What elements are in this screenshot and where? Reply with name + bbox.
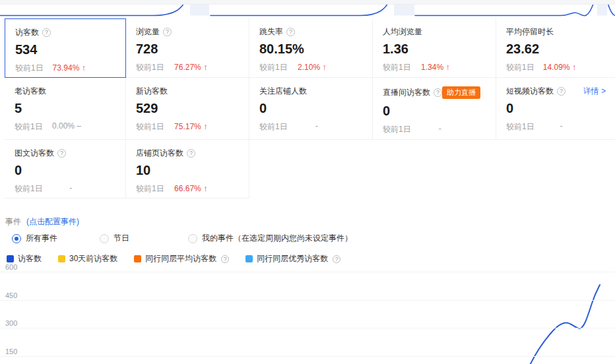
top-crop-bar — [0, 0, 615, 5]
legend-item-3[interactable]: 同行同层优秀访客数? — [245, 253, 340, 264]
stat-card-compare-row: 较前1日- — [383, 124, 486, 135]
delta-empty: - — [560, 121, 563, 131]
stat-card-title: 新访客数 — [136, 86, 168, 96]
legend-item-2[interactable]: 同行同层平均访客数? — [134, 253, 229, 264]
legend-swatch-icon — [245, 255, 253, 262]
top-cropped-chart — [0, 0, 615, 18]
configure-events-link[interactable]: (点击配置事件) — [26, 216, 79, 227]
up-arrow-icon: ↑ — [203, 183, 208, 193]
stat-card-title: 浏览量 — [136, 27, 160, 37]
highlight-band — [190, 5, 209, 16]
delta-value: 73.94% ↑ — [53, 63, 86, 73]
help-info-icon[interactable]: ? — [221, 255, 229, 263]
stat-card-title: 访客数 — [15, 28, 39, 38]
delta-value: 76.27% ↑ — [174, 62, 208, 72]
stat-card-title: 跳失率 — [259, 27, 283, 37]
stat-card-short-video-visitors[interactable]: 短视频访客数?详情 >0较前1日- — [496, 78, 615, 140]
y-axis-tick-label: 450 — [5, 291, 17, 299]
radio-selected-icon[interactable] — [12, 234, 21, 243]
stat-card-title-row: 人均浏览量 — [383, 27, 486, 37]
stat-card-bounce-rate[interactable]: 跳失率?80.15%较前1日2.10% ↑ — [249, 18, 373, 78]
stat-card-title-row: 店铺页访客数? — [136, 148, 240, 158]
help-info-icon[interactable]: ? — [42, 28, 51, 37]
help-info-icon[interactable]: ? — [434, 88, 442, 97]
delta-value: 66.67% ↑ — [174, 183, 208, 193]
compare-label: 较前1日 — [259, 122, 288, 131]
stat-card-avg-stay-duration[interactable]: 平均停留时长23.62较前1日14.09% ↑ — [496, 18, 615, 78]
events-label: 事件 — [5, 216, 21, 227]
stat-card-shop-page-visitors[interactable]: 店铺页访客数?10较前1日66.67% ↑ — [126, 140, 249, 198]
stat-card-compare-row: 较前1日1.34% ↑ — [383, 62, 486, 73]
compare-label: 较前1日 — [259, 63, 288, 72]
stat-card-compare-row: 较前1日- — [506, 121, 606, 132]
stat-card-title: 短视频访客数 — [506, 86, 554, 96]
details-link[interactable]: 详情 > — [583, 86, 606, 96]
help-info-icon[interactable]: ? — [163, 28, 172, 36]
stat-card-new-visitors[interactable]: 新访客数529较前1日75.17% ↑ — [126, 78, 249, 140]
stat-card-title-row: 短视频访客数?详情 > — [506, 86, 606, 96]
stat-card-value: 23.62 — [506, 40, 606, 57]
compare-label: 较前1日 — [383, 63, 411, 72]
help-info-icon[interactable]: ? — [187, 149, 195, 158]
stats-empty-area — [249, 140, 615, 198]
stat-card-value: 529 — [136, 100, 240, 117]
legend-label: 访客数 — [18, 253, 42, 264]
stat-card-livestream-visitors[interactable]: 直播间访客数?助力直播0较前1日- — [373, 78, 496, 140]
stat-card-image-text-visitors[interactable]: 图文访客数?0较前1日- — [5, 140, 126, 198]
stat-card-compare-row: 较前1日66.67% ↑ — [136, 183, 240, 194]
compare-label: 较前1日 — [506, 63, 534, 72]
stat-card-value: 1.36 — [383, 40, 486, 57]
delta-empty: - — [439, 124, 441, 133]
stat-card-title: 图文访客数 — [15, 148, 54, 158]
legend-swatch-icon — [7, 255, 14, 262]
radio-unselected-icon[interactable] — [188, 234, 197, 243]
stat-card-compare-row: 较前1日0.00% – — [15, 121, 116, 132]
boost-livestream-badge[interactable]: 助力直播 — [442, 86, 480, 99]
stat-card-value: 10 — [136, 162, 240, 179]
stat-card-title: 人均浏览量 — [383, 27, 422, 37]
event-filter-radios: 所有事件节日我的事件（在选定周期内您尚未设定事件） — [5, 233, 615, 245]
y-axis-tick-label: 300 — [5, 319, 17, 327]
stat-card-compare-row: 较前1日73.94% ↑ — [15, 63, 116, 73]
radio-unselected-icon[interactable] — [100, 234, 109, 243]
delta-value: 2.10% ↑ — [298, 62, 327, 72]
delta-value: 1.34% ↑ — [421, 62, 450, 72]
event-radio-holiday[interactable]: 节日 — [100, 233, 129, 244]
gridline — [0, 356, 615, 357]
stat-card-title-row: 关注店铺人数 — [259, 86, 363, 96]
delta-empty: - — [315, 121, 318, 131]
stat-card-compare-row: 较前1日- — [259, 121, 363, 132]
stat-card-shop-followers[interactable]: 关注店铺人数0较前1日- — [249, 78, 373, 140]
compare-label: 较前1日 — [15, 122, 43, 131]
stat-card-title-row: 访客数? — [15, 28, 116, 38]
stat-card-title-row: 跳失率? — [259, 27, 363, 37]
legend-label: 30天前访客数 — [69, 253, 117, 264]
compare-label: 较前1日 — [136, 122, 164, 131]
highlight-band — [597, 5, 607, 16]
visitors-line-series — [527, 285, 600, 364]
up-arrow-icon: ↑ — [572, 62, 577, 72]
help-info-icon[interactable]: ? — [286, 28, 295, 36]
y-axis-tick-label: 600 — [5, 263, 17, 271]
stat-card-avg-pageviews[interactable]: 人均浏览量1.36较前1日1.34% ↑ — [373, 18, 496, 78]
help-info-icon[interactable]: ? — [333, 255, 340, 263]
stat-card-returning-visitors[interactable]: 老访客数5较前1日0.00% – — [5, 78, 126, 140]
stat-card-title: 关注店铺人数 — [259, 86, 307, 96]
stat-card-compare-row: 较前1日- — [15, 183, 116, 194]
stat-card-title: 直播间访客数 — [383, 88, 430, 98]
compare-label: 较前1日 — [136, 184, 164, 193]
chart-legend: 访客数30天前访客数同行同层平均访客数?同行同层优秀访客数? — [7, 254, 615, 264]
compare-label: 较前1日 — [383, 125, 411, 134]
stat-card-title-row: 直播间访客数?助力直播 — [383, 86, 486, 99]
stat-card-visitors[interactable]: 访客数?534较前1日73.94% ↑ — [5, 18, 126, 78]
help-info-icon[interactable]: ? — [557, 87, 566, 96]
stat-card-value: 0 — [259, 100, 363, 117]
events-section: 事件 (点击配置事件) 所有事件节日我的事件（在选定周期内您尚未设定事件） — [5, 216, 615, 245]
stat-card-compare-row: 较前1日14.09% ↑ — [506, 62, 606, 73]
event-radio-all[interactable]: 所有事件 — [12, 233, 57, 244]
legend-item-1[interactable]: 30天前访客数 — [58, 253, 117, 264]
event-radio-mine[interactable]: 我的事件（在选定周期内您尚未设定事件） — [188, 233, 352, 244]
stat-card-pageviews[interactable]: 浏览量?728较前1日76.27% ↑ — [126, 18, 249, 78]
help-info-icon[interactable]: ? — [57, 149, 66, 158]
legend-label: 同行同层平均访客数 — [145, 253, 216, 264]
